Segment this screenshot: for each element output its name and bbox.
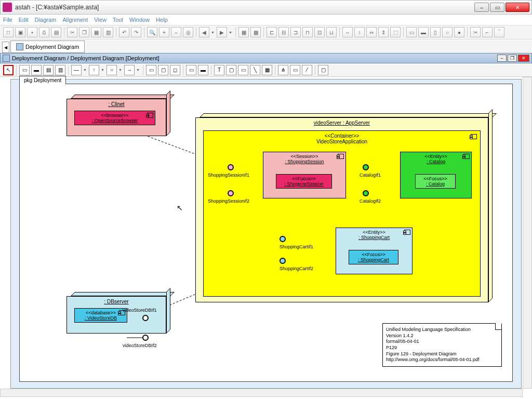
window-maximize[interactable]: ▭ <box>490 3 504 12</box>
doc-minimize[interactable]: – <box>497 55 507 62</box>
dist-v-icon[interactable]: ↕ <box>354 27 365 37</box>
dbserver-node[interactable]: : DBserver <<database>> : VideoStoreDB <box>66 296 166 334</box>
port-tool[interactable]: ◻ <box>170 65 180 75</box>
new-icon[interactable]: □ <box>3 27 14 37</box>
catalog-comp[interactable]: <<Entity>> : Catalog <<Focus>> : Catalog <box>400 152 472 198</box>
vertical-scrollbar[interactable] <box>523 77 532 389</box>
back-icon[interactable]: ◀ <box>199 27 209 37</box>
window-minimize[interactable]: – <box>474 3 489 12</box>
page-tool[interactable]: ▢ <box>318 65 328 75</box>
gen-tool[interactable]: ↑ <box>89 65 99 75</box>
forward-icon[interactable]: ▶ <box>217 27 227 37</box>
select-tool[interactable]: ↖ <box>3 65 14 75</box>
grid-icon[interactable]: ▩ <box>250 27 261 37</box>
component-tool[interactable]: ▤ <box>43 65 54 75</box>
align-t-icon[interactable]: ⊓ <box>302 27 313 37</box>
menu-file[interactable]: File <box>3 17 12 23</box>
artifact-tool[interactable]: ▢ <box>158 65 168 75</box>
session-if2-port[interactable] <box>228 190 234 196</box>
highlight-tool[interactable]: ▭ <box>290 65 300 75</box>
paste-icon[interactable]: ▦ <box>91 27 101 37</box>
align-l-icon[interactable]: ⊏ <box>267 27 277 37</box>
db-if2-port[interactable] <box>142 335 149 341</box>
menu-help[interactable]: Help <box>156 17 168 23</box>
save-icon[interactable]: ▪ <box>27 27 37 37</box>
horizontal-scrollbar[interactable] <box>0 389 523 397</box>
cut-icon[interactable]: ✂ <box>67 27 77 37</box>
redo-icon[interactable]: ↷ <box>131 27 141 37</box>
separator <box>467 27 468 37</box>
session-if1-port[interactable] <box>228 164 234 170</box>
tool-b-icon[interactable]: ⌐ <box>482 27 493 37</box>
compinst-tool[interactable]: ▥ <box>55 65 65 75</box>
document-title: Deployment Diagram / Deployment Diagram … <box>12 55 495 61</box>
group3-icon[interactable]: ▯ <box>430 27 441 37</box>
dot-icon[interactable]: ● <box>454 27 464 37</box>
size-icon[interactable]: ⬚ <box>390 27 401 37</box>
menu-view[interactable]: View <box>94 17 107 23</box>
diagram-canvas[interactable]: pkg Deployment ↖ <box>10 79 522 389</box>
cart-comp[interactable]: <<Entity>> : ShoppingCart <<Focus>> : Sh… <box>336 228 413 274</box>
tab-deployment[interactable]: Deployment Diagram <box>10 41 85 53</box>
dist-h-icon[interactable]: ↔ <box>342 27 353 37</box>
align-c-icon[interactable]: ⊟ <box>278 27 289 37</box>
align-r-icon[interactable]: ⊐ <box>290 27 301 37</box>
zoomfit-icon[interactable]: ◎ <box>183 27 193 37</box>
align-b-icon[interactable]: ⊔ <box>326 27 337 37</box>
circle-icon[interactable]: ○ <box>442 27 453 37</box>
tab-prev[interactable]: ◀ <box>2 42 9 53</box>
open-icon[interactable]: ▣ <box>15 27 25 37</box>
menu-window[interactable]: Window <box>129 17 150 23</box>
anchor-tool[interactable]: ⋔ <box>278 65 288 75</box>
appserver-node[interactable]: videoServer : AppServer <<Container>> Vi… <box>195 117 488 302</box>
note-tool[interactable]: ▢ <box>226 65 236 75</box>
zoomin-icon[interactable]: + <box>159 27 169 37</box>
doc-icon <box>3 55 10 62</box>
size-h-icon[interactable]: ⇕ <box>378 27 389 37</box>
menu-diagram[interactable]: Diagram <box>35 17 57 23</box>
menu-alignment[interactable]: Alignment <box>62 17 88 23</box>
pkg1-tool[interactable]: ▭ <box>186 65 196 75</box>
size-w-icon[interactable]: ⇔ <box>366 27 377 37</box>
print-icon[interactable]: ⎙ <box>39 27 49 37</box>
doc-close[interactable]: ✕ <box>518 55 529 62</box>
dep-tool[interactable]: → <box>124 65 135 75</box>
connector-tool[interactable]: ∕ <box>302 65 312 75</box>
menu-tool[interactable]: Tool <box>113 17 123 23</box>
window-titlebar: astah - [C:¥asta¥Sample.asta] – ▭ ✕ <box>0 0 532 15</box>
window-close[interactable]: ✕ <box>506 3 529 12</box>
nodeinst-tool[interactable]: ▬ <box>31 65 42 75</box>
undo-icon[interactable]: ↶ <box>119 27 129 37</box>
text-tool[interactable]: T <box>214 65 224 75</box>
client-node[interactable]: : Clinet <<browser>> : OpenSourceBrowser <box>66 99 166 136</box>
line-tool[interactable]: ╲ <box>250 65 260 75</box>
copy-icon[interactable]: ❐ <box>79 27 89 37</box>
catalog-if2-port[interactable] <box>363 190 369 196</box>
db-if1-port[interactable] <box>142 315 149 321</box>
pkg2-tool[interactable]: ▬ <box>198 65 208 75</box>
zoomout-icon[interactable]: – <box>171 27 181 37</box>
image-tool[interactable]: ▦ <box>262 65 272 75</box>
real-tool[interactable]: ○ <box>107 65 117 75</box>
assoc-tool[interactable]: — <box>71 65 82 75</box>
session-comp[interactable]: <<Session>> : ShoppingSession <<Focus>> … <box>263 152 346 198</box>
rect-tool[interactable]: ▭ <box>238 65 248 75</box>
cart-if2-port[interactable] <box>280 258 286 264</box>
tool-a-icon[interactable]: ✂ <box>470 27 481 37</box>
zoom100-icon[interactable]: 🔍 <box>147 27 157 37</box>
group1-icon[interactable]: ▭ <box>406 27 417 37</box>
catalog-if1-port[interactable] <box>363 164 369 170</box>
note[interactable]: Unified Modeling Language Specification … <box>382 323 502 367</box>
preview-icon[interactable]: ▤ <box>51 27 61 37</box>
align-m-icon[interactable]: ⊡ <box>314 27 325 37</box>
tool-c-icon[interactable]: ⌒ <box>494 27 504 37</box>
clipboard-icon[interactable]: ▥ <box>103 27 113 37</box>
group2-icon[interactable]: ▬ <box>418 27 429 37</box>
container[interactable]: <<Container>> VideoStoreApplication <<Se… <box>203 130 481 297</box>
node-tool[interactable]: ▭ <box>19 65 30 75</box>
menu-edit[interactable]: Edit <box>19 17 29 23</box>
classifier-tool[interactable]: ▭ <box>146 65 156 75</box>
cart-if1-port[interactable] <box>280 236 286 242</box>
doc-restore[interactable]: ❐ <box>508 55 517 62</box>
layout-icon[interactable]: ▦ <box>238 27 249 37</box>
